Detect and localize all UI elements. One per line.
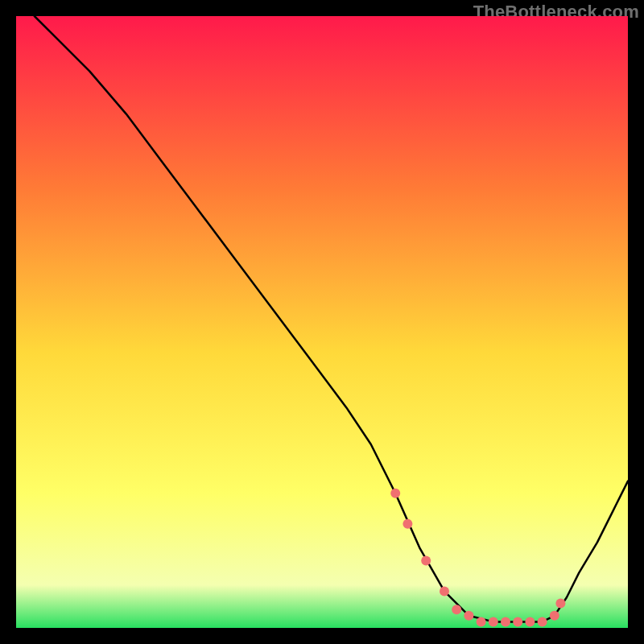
sample-point bbox=[489, 617, 498, 626]
sample-point bbox=[501, 617, 510, 626]
plot-area bbox=[16, 16, 628, 628]
sample-point bbox=[525, 617, 535, 626]
sample-point bbox=[550, 611, 559, 621]
chart-svg bbox=[16, 16, 628, 628]
gradient-background bbox=[16, 16, 628, 628]
sample-point bbox=[402, 519, 412, 529]
sample-point bbox=[452, 605, 461, 614]
sample-point bbox=[421, 555, 431, 565]
chart-frame: TheBottleneck.com bbox=[0, 0, 644, 644]
sample-point bbox=[464, 611, 473, 621]
sample-point bbox=[440, 586, 449, 596]
sample-point bbox=[538, 617, 547, 626]
sample-point bbox=[390, 489, 400, 498]
sample-point bbox=[555, 599, 565, 609]
sample-point bbox=[477, 617, 486, 626]
sample-point bbox=[513, 617, 522, 626]
